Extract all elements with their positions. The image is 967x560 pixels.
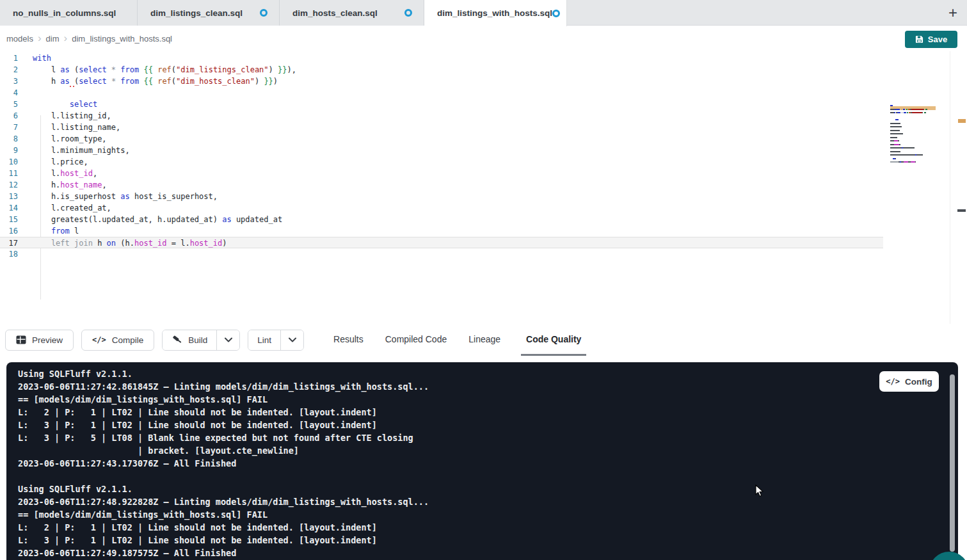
breadcrumb-segment[interactable]: dim_listings_with_hosts.sql [72,34,172,44]
save-button[interactable]: Save [905,31,957,48]
terminal-line: L: 2 | P: 1 | LT02 | Line should not be … [18,521,958,534]
build-button[interactable]: Build [163,330,216,350]
line-number: 11 [0,168,18,179]
compile-button[interactable]: </> Compile [81,330,154,351]
code-line-12: 12 h.host_name, [0,179,883,191]
chevron-right-icon: › [64,33,68,44]
plus-icon: + [948,4,957,22]
hammer-icon [172,335,182,345]
line-number: 4 [0,87,18,99]
lint-menu-button[interactable] [280,330,303,350]
terminal-line [18,470,958,483]
code-text: l.created_at, [33,202,111,214]
line-number: 12 [0,179,18,191]
terminal-line: 2023-06-06T11:27:48.922828Z — Linting mo… [18,495,958,508]
code-line-7: 7 l.listing_name, [0,122,883,133]
line-number: 17 [0,237,18,248]
new-tab-button[interactable]: + [944,4,962,22]
preview-button[interactable]: Preview [5,330,74,351]
terminal-line: L: 3 | P: 1 | LT02 | Line should not be … [18,534,958,547]
table-grid-icon [16,335,26,344]
minimap[interactable] [890,105,936,168]
code-text: l.price, [33,156,88,168]
config-button[interactable]: </> Config [879,371,939,392]
line-number: 3 [0,76,18,87]
code-line-18: 18 [0,248,883,260]
line-number: 13 [0,191,18,202]
code-line-17: 17 left join h on (h.host_id = l.host_id… [0,237,883,248]
tab-dim_hosts_clean.sql[interactable]: dim_hosts_clean.sql [280,0,424,26]
terminal-line: == [models/dim/dim_listings_with_hosts.s… [18,393,958,406]
panel-tab-lineage[interactable]: Lineage [467,324,502,356]
line-number: 10 [0,156,18,168]
code-icon: </> [92,335,106,344]
tab-no_nulls_in_columns.sql[interactable]: no_nulls_in_columns.sql [0,0,138,26]
code-text: from l [33,225,79,237]
breadcrumb-segment[interactable]: models [6,34,33,44]
terminal-line: Using SQLFluff v2.1.1. [18,367,958,380]
code-editor[interactable]: 1with2 l as (select * from {{ ref("dim_l… [0,51,967,324]
code-line-13: 13 h.is_superhost as host_is_superhost, [0,191,883,202]
code-line-8: 8 l.room_type, [0,133,883,145]
terminal-line: L: 2 | P: 1 | LT02 | Line should not be … [18,406,958,419]
code-text: left join h on (h.host_id = l.host_id) [33,237,227,248]
breadcrumb-segment[interactable]: dim [46,34,60,44]
code-line-15: 15 greatest(l.updated_at, h.updated_at) … [0,214,883,225]
editor-scroll-gutter [950,51,950,324]
tab-label: dim_listings_with_hosts.sql [437,8,552,18]
terminal-scrollbar[interactable] [950,374,955,552]
code-text: l.host_id, [33,168,97,179]
overview-ruler-warning-marker [958,119,966,123]
code-line-2: 2 l as (select * from {{ ref("dim_listin… [0,64,883,76]
code-line-4: 4 [0,87,883,99]
panel-tab-bar: ResultsCompiled CodeLineageCode Quality [332,324,586,356]
code-text: h as (select * from {{ ref("dim_hosts_cl… [33,76,278,87]
tab-label: dim_listings_clean.sql [150,8,243,18]
tab-label: no_nulls_in_columns.sql [13,8,116,18]
floppy-disk-icon [915,35,923,44]
overview-ruler-cursor-marker [957,209,966,212]
code-text: h.is_superhost as host_is_superhost, [33,191,218,202]
code-text: l.listing_name, [33,122,120,133]
code-line-1: 1with [0,52,883,64]
chevron-right-icon: › [38,33,42,44]
preview-button-label: Preview [32,335,63,345]
build-button-label: Build [188,335,207,345]
chevron-down-icon [289,337,296,342]
tab-dim_listings_with_hosts.sql[interactable]: dim_listings_with_hosts.sql [424,0,567,26]
line-number: 1 [0,52,18,64]
line-number: 18 [0,248,18,260]
chevron-down-icon [225,337,232,342]
code-icon: </> [886,377,900,386]
tab-label: dim_hosts_clean.sql [292,8,378,18]
code-text: l.listing_id, [33,110,111,122]
terminal-line: 2023-06-06T11:27:43.173076Z — All Finish… [18,457,958,470]
build-split-button: Build [162,330,240,351]
panel-tab-code-quality[interactable]: Code Quality [521,324,586,356]
tab-dim_listings_clean.sql[interactable]: dim_listings_clean.sql [138,0,280,26]
code-line-5: 5 select [0,99,883,110]
terminal-line: | bracket. [layout.cte_newline] [18,444,958,457]
panel-tab-results[interactable]: Results [332,324,365,356]
line-number: 15 [0,214,18,225]
terminal-line: Using SQLFluff v2.1.1. [18,483,958,495]
line-number: 8 [0,133,18,145]
code-text: select [33,99,97,110]
code-line-6: 6 l.listing_id, [0,110,883,122]
compile-button-label: Compile [112,335,144,345]
terminal-line: L: 3 | P: 1 | LT02 | Line should not be … [18,419,958,431]
code-line-10: 10 l.price, [0,156,883,168]
terminal-line: == [models/dim/dim_listings_with_hosts.s… [18,508,958,521]
line-number: 16 [0,225,18,237]
line-number: 14 [0,202,18,214]
line-number: 9 [0,145,18,156]
code-text: h.host_name, [33,179,107,191]
save-button-label: Save [928,35,947,44]
code-line-16: 16 from l [0,225,883,237]
lint-button[interactable]: Lint [248,330,280,350]
panel-tab-compiled-code[interactable]: Compiled Code [384,324,449,356]
code-text: with [33,52,51,64]
config-button-label: Config [905,377,932,387]
code-text: l.minimum_nights, [33,145,130,156]
build-menu-button[interactable] [216,330,239,350]
